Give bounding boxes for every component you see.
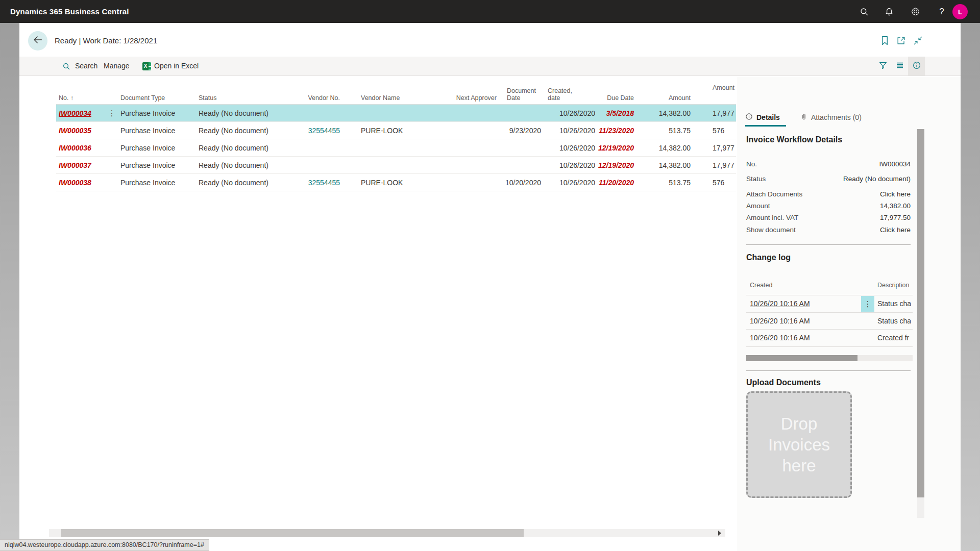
tab-attachments[interactable]: Attachments (0) <box>800 110 862 124</box>
document-type-cell: Purchase Invoice <box>120 157 197 174</box>
table-row[interactable]: IW000038 Purchase Invoice Ready (No docu… <box>56 174 736 191</box>
field-value: 14,382.00 <box>880 200 911 212</box>
vendor-no-link[interactable]: 32554455 <box>289 122 340 139</box>
field-label: Amount incl. VAT <box>746 212 798 224</box>
collapse-button[interactable] <box>911 35 924 47</box>
field-status: Status Ready (No document) <box>746 173 911 185</box>
column-header-vendor-no[interactable]: Vendor No. <box>289 94 340 102</box>
field-no: No. IW000034 <box>746 158 911 170</box>
field-value: 17,977.50 <box>880 212 911 224</box>
document-date-cell: 10/20/2020 <box>490 174 541 191</box>
field-label: Amount <box>746 200 770 212</box>
question-mark-icon: ? <box>939 7 944 17</box>
table-row[interactable]: IW000037 Purchase Invoice Ready (No docu… <box>56 157 736 174</box>
vendor-name-cell: PURE-LOOK <box>361 174 432 191</box>
column-header-amount[interactable]: Amount <box>640 94 691 102</box>
field-label: Show document <box>746 224 796 236</box>
changelog-scrollbar-thumb[interactable] <box>746 355 857 361</box>
help-button[interactable]: ? <box>931 0 952 23</box>
field-value: Ready (No document) <box>843 173 911 185</box>
column-header-document-date[interactable]: Document Date <box>507 87 536 102</box>
toolbar-manage-button[interactable]: Manage <box>104 57 130 76</box>
collapse-icon <box>913 36 923 47</box>
changelog-horizontal-scrollbar[interactable] <box>746 355 913 361</box>
invoice-no-link[interactable]: IW000035 <box>59 122 102 139</box>
details-pane-toggle-button[interactable] <box>908 57 925 76</box>
table-row[interactable]: IW000035 Purchase Invoice Ready (No docu… <box>56 122 736 139</box>
tab-details[interactable]: Details <box>745 110 780 124</box>
factbox-vertical-scrollbar[interactable] <box>917 129 924 518</box>
page-background-right <box>961 23 980 551</box>
column-header-vendor-name[interactable]: Vendor Name <box>361 94 432 102</box>
column-header-due-date[interactable]: Due Date <box>578 94 634 102</box>
app-title: Dynamics 365 Business Central <box>10 0 129 23</box>
due-date-cell: 3/5/2018 <box>578 105 634 122</box>
open-in-new-window-button[interactable] <box>894 35 908 47</box>
invoice-no-link[interactable]: IW000036 <box>59 139 102 157</box>
factbox-scrollbar-thumb[interactable] <box>917 129 924 497</box>
changelog-created-cell[interactable]: 10/26/20 10:16 AM <box>750 330 837 346</box>
back-button[interactable] <box>28 31 47 51</box>
column-header-document-type[interactable]: Document Type <box>120 94 197 102</box>
search-button[interactable] <box>853 0 875 23</box>
bell-icon <box>885 7 894 16</box>
changelog-created-link[interactable]: 10/26/20 10:16 AM <box>750 295 837 312</box>
amount-cell: 14,382.00 <box>640 139 691 157</box>
column-header-created-date[interactable]: Created, date <box>548 87 572 102</box>
column-header-no[interactable]: No. ↑ <box>59 94 102 102</box>
divider <box>746 244 911 245</box>
settings-button[interactable] <box>904 0 926 23</box>
bookmark-button[interactable] <box>878 35 891 47</box>
back-arrow-icon <box>32 34 43 47</box>
status-cell: Ready (No document) <box>199 105 301 122</box>
column-header-next-approver[interactable]: Next Approver <box>430 94 497 102</box>
info-icon <box>912 61 921 72</box>
list-icon <box>895 61 904 72</box>
invoice-dropzone[interactable]: Drop Invoices here <box>746 391 852 498</box>
paperclip-icon <box>800 113 807 122</box>
sort-ascending-icon: ↑ <box>70 94 74 102</box>
row-ellipsis-icon[interactable]: ⋮ <box>106 105 117 122</box>
divider <box>746 346 913 347</box>
changelog-created-cell[interactable]: 10/26/20 10:16 AM <box>750 313 837 330</box>
filter-button[interactable] <box>874 57 891 76</box>
toolbar-search-button[interactable]: Search <box>75 57 97 76</box>
amount-cell: 14,382.00 <box>640 105 691 122</box>
grid-horizontal-scrollbar[interactable] <box>49 529 725 537</box>
notifications-button[interactable] <box>878 0 900 23</box>
field-value-link[interactable]: Click here <box>880 188 911 201</box>
grid-header-row: No. ↑ Document Type Status Vendor No. Ve… <box>56 83 736 105</box>
amount-incl-vat-cell: 17,977 <box>713 139 736 157</box>
amount-cell: 14,382.00 <box>640 157 691 174</box>
invoice-no-link[interactable]: IW000037 <box>59 157 102 174</box>
list-view-button[interactable] <box>891 57 908 76</box>
field-value-link[interactable]: Click here <box>880 224 911 236</box>
field-value-link[interactable]: IW000034 <box>879 158 911 170</box>
vendor-no-link[interactable]: 32554455 <box>289 174 340 191</box>
toolbar-open-in-excel-button[interactable]: Open in Excel <box>154 57 199 76</box>
top-navigation-bar: Dynamics 365 Business Central ? L <box>0 0 980 23</box>
amount-cell: 513.75 <box>640 174 691 191</box>
table-row[interactable]: IW000036 Purchase Invoice Ready (No docu… <box>56 139 736 157</box>
changelog-column-description: Description <box>877 282 910 289</box>
document-type-cell: Purchase Invoice <box>120 139 197 157</box>
status-cell: Ready (No document) <box>199 139 301 157</box>
due-date-cell: 11/23/2020 <box>578 122 634 139</box>
scroll-right-button[interactable] <box>716 529 724 537</box>
app-window: Dynamics 365 Business Central ? L <box>0 0 980 551</box>
changelog-row-ellipsis-icon[interactable]: ⋮ <box>861 296 874 312</box>
grid-scrollbar-thumb[interactable] <box>61 529 524 537</box>
open-in-new-window-icon <box>896 36 906 47</box>
search-icon <box>860 7 869 16</box>
changelog-description-cell: Created fr <box>877 330 911 346</box>
user-avatar[interactable]: L <box>952 4 968 19</box>
invoice-no-link[interactable]: IW000038 <box>59 174 102 191</box>
amount-incl-vat-cell: 17,977 <box>713 105 736 122</box>
column-header-amount-incl-vat[interactable]: Amount <box>713 84 736 91</box>
status-cell: Ready (No document) <box>199 122 301 139</box>
invoice-no-link[interactable]: IW000034 <box>59 105 102 122</box>
amount-incl-vat-cell: 576 <box>713 174 736 191</box>
column-header-status[interactable]: Status <box>199 94 301 102</box>
excel-icon: X <box>142 57 151 76</box>
table-row-selected[interactable]: IW000034 ⋮ Purchase Invoice Ready (No do… <box>56 105 736 122</box>
